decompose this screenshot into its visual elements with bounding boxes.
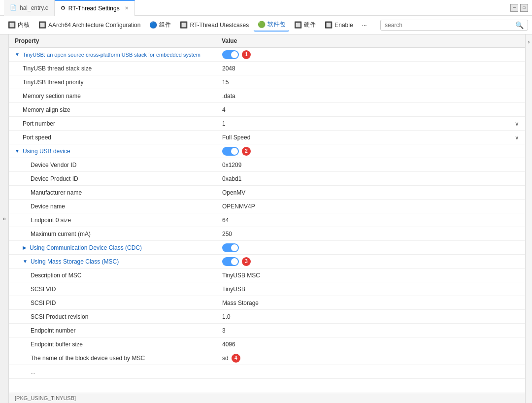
val-manufacturer-name[interactable]: OpenMV xyxy=(216,187,525,198)
desc-msc-label: Description of MSC xyxy=(31,272,81,279)
val-thread-priority[interactable]: 15 xyxy=(216,77,525,88)
expand-tinyusb-icon[interactable]: ▼ xyxy=(15,52,20,57)
val-scsi-pid[interactable]: Mass Storage xyxy=(216,298,525,308)
toolbar-aarch64[interactable]: 🔲 AArch64 Architecture Configuration xyxy=(34,19,144,31)
prop-device-name: Device name xyxy=(9,201,216,212)
toolbar-enable[interactable]: 🔲 Enable xyxy=(321,19,357,31)
prop-using-msc: ▼ Using Mass Storage Class (MSC) xyxy=(9,256,216,267)
device-product-id-label: Device Product ID xyxy=(31,175,78,182)
device-product-id-value: 0xabd1 xyxy=(222,175,241,182)
val-maximum-current[interactable]: 250 xyxy=(216,229,525,239)
toolbar-comp-label: 组件 xyxy=(159,21,171,29)
toolbar-kernel[interactable]: 🔲 内核 xyxy=(4,19,33,31)
val-scsi-vid[interactable]: TinyUSB xyxy=(216,284,525,295)
device-name-value: OPENMV4P xyxy=(222,203,255,210)
row-thread-priority: TinyUSB thread priority 15 xyxy=(9,75,525,89)
toolbar-hw[interactable]: 🔲 硬件 xyxy=(290,19,320,31)
row-scsi-product-rev: SCSI Product revision 1.0 xyxy=(9,310,525,324)
val-device-product-id[interactable]: 0xabd1 xyxy=(216,173,525,184)
prop-block-device-name: The name of the block device used by MSC xyxy=(9,353,216,364)
usb-device-toggle[interactable] xyxy=(222,147,239,156)
prop-using-cdc: ▶ Using Communication Device Class (CDC) xyxy=(9,242,216,253)
row-memory-section-name: Memory section name .data xyxy=(9,89,525,103)
endpoint-0-size-value: 64 xyxy=(222,217,229,224)
val-device-vendor-id[interactable]: 0x1209 xyxy=(216,160,525,170)
right-arrow-icon: › xyxy=(528,38,530,45)
port-speed-dropdown-icon: ∨ xyxy=(515,134,519,141)
prop-thread-priority: TinyUSB thread priority xyxy=(9,77,216,88)
kernel-icon: 🔲 xyxy=(8,21,16,29)
maximize-button[interactable]: □ xyxy=(520,4,528,12)
row-partial: ... xyxy=(9,365,525,379)
prop-manufacturer-name: Manufacturer name xyxy=(9,187,216,198)
search-icon: 🔍 xyxy=(515,21,524,29)
sidebar-toggle[interactable]: » xyxy=(0,34,9,403)
val-using-cdc xyxy=(216,241,525,254)
prop-port-number: Port number xyxy=(9,118,216,129)
tinyusb-toggle[interactable] xyxy=(222,50,239,59)
val-thread-stack-size[interactable]: 2048 xyxy=(216,63,525,74)
expand-cdc-icon[interactable]: ▶ xyxy=(23,245,27,250)
using-cdc-label: Using Communication Device Class (CDC) xyxy=(30,244,142,251)
value-header: Value xyxy=(222,37,519,44)
toolbar-more[interactable]: ··· xyxy=(358,20,371,31)
row-scsi-vid: SCSI VID TinyUSB xyxy=(9,282,525,296)
tab-close-button[interactable]: ✕ xyxy=(125,5,129,11)
search-box[interactable]: 🔍 xyxy=(380,20,528,31)
memory-section-name-label: Memory section name xyxy=(23,93,81,100)
prop-memory-section-name: Memory section name xyxy=(9,91,216,101)
prop-using-usb-device: ▼ Using USB device xyxy=(9,146,216,157)
prop-port-speed: Port speed xyxy=(9,132,216,143)
val-port-speed[interactable]: Full Speed ∨ xyxy=(216,132,525,143)
toolbar-pkg[interactable]: 🟢 软件包 xyxy=(254,18,289,32)
val-device-name[interactable]: OPENMV4P xyxy=(216,201,525,212)
row-using-msc: ▼ Using Mass Storage Class (MSC) 3 xyxy=(9,255,525,269)
device-vendor-id-label: Device Vendor ID xyxy=(31,162,76,168)
prop-device-product-id: Device Product ID xyxy=(9,173,216,184)
toolbar-utestcases[interactable]: 🔲 RT-Thread Utestcases xyxy=(176,19,253,31)
toolbar-utestcases-label: RT-Thread Utestcases xyxy=(190,22,249,29)
settings-table: Property Value ▼ TinyUSB: an open source… xyxy=(9,34,525,393)
msc-toggle[interactable] xyxy=(222,257,239,266)
val-block-device-name[interactable]: sd 4 xyxy=(216,352,525,365)
partial-label: ... xyxy=(31,369,35,375)
expand-usb-device-icon[interactable]: ▼ xyxy=(15,148,20,154)
minimize-button[interactable]: ─ xyxy=(510,4,518,12)
prop-scsi-pid: SCSI PID xyxy=(9,298,216,308)
row-block-device-name: The name of the block device used by MSC… xyxy=(9,351,525,365)
val-desc-msc[interactable]: TinyUSB MSC xyxy=(216,270,525,281)
val-endpoint-buffer-size[interactable]: 4096 xyxy=(216,339,525,350)
enable-icon: 🔲 xyxy=(325,21,332,29)
row-port-speed: Port speed Full Speed ∨ xyxy=(9,131,525,144)
val-endpoint-number[interactable]: 3 xyxy=(216,325,525,336)
thread-stack-size-value: 2048 xyxy=(222,65,235,72)
port-speed-value: Full Speed xyxy=(222,134,250,141)
val-partial xyxy=(216,370,525,374)
search-input[interactable] xyxy=(385,22,515,29)
val-scsi-product-rev[interactable]: 1.0 xyxy=(216,311,525,322)
property-header: Property xyxy=(15,37,222,44)
sidebar-arrow-icon: » xyxy=(2,215,6,222)
usb-device-badge: 2 xyxy=(242,147,251,156)
status-text: [PKG_USING_TINYUSB] xyxy=(15,395,76,401)
row-device-product-id: Device Product ID 0xabd1 xyxy=(9,172,525,186)
prop-scsi-vid: SCSI VID xyxy=(9,284,216,295)
tinyusb-root-label: TinyUSB: an open source cross-platform U… xyxy=(23,52,200,58)
toolbar-comp[interactable]: 🔵 组件 xyxy=(145,19,175,31)
val-memory-section-name[interactable]: .data xyxy=(216,91,525,101)
tab-rtthread-label: RT-Thread Settings xyxy=(68,5,120,12)
maximum-current-label: Maximum current (mA) xyxy=(31,231,91,237)
thread-priority-label: TinyUSB thread priority xyxy=(23,79,84,86)
val-memory-align-size[interactable]: 4 xyxy=(216,104,525,115)
cdc-toggle[interactable] xyxy=(222,243,239,252)
expand-msc-icon[interactable]: ▼ xyxy=(23,259,28,264)
memory-align-size-value: 4 xyxy=(222,106,226,113)
val-endpoint-0-size[interactable]: 64 xyxy=(216,215,525,226)
val-port-number[interactable]: 1 ∨ xyxy=(216,118,525,129)
row-maximum-current: Maximum current (mA) 250 xyxy=(9,227,525,241)
block-device-name-label: The name of the block device used by MSC xyxy=(31,355,145,362)
prop-maximum-current: Maximum current (mA) xyxy=(9,229,216,239)
tab-rtthread[interactable]: ⚙ RT-Thread Settings ✕ xyxy=(55,0,135,16)
row-manufacturer-name: Manufacturer name OpenMV xyxy=(9,186,525,200)
tab-hal[interactable]: 📄 hal_entry.c xyxy=(4,0,55,16)
